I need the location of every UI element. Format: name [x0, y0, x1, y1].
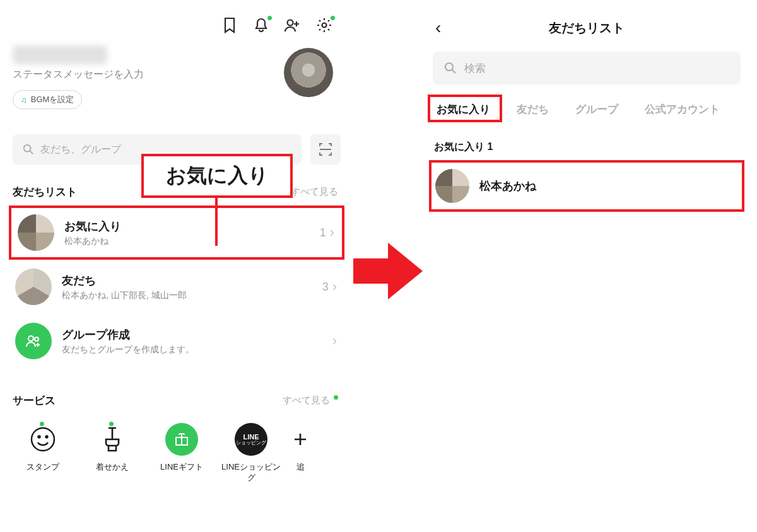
callout-connector-line: [215, 198, 218, 246]
tab-favorites[interactable]: お気に入り: [433, 100, 494, 119]
service-dot-icon: [109, 422, 114, 426]
service-theme[interactable]: 着せかえ: [79, 423, 145, 483]
avatar[interactable]: [284, 48, 333, 97]
services-title: サービス: [13, 393, 56, 408]
page-title: 友だちリスト: [423, 20, 751, 37]
chevron-right-icon: ›: [330, 224, 334, 241]
service-stamp[interactable]: スタンプ: [10, 423, 76, 483]
favorites-row-sub: 松本あかね: [64, 236, 310, 247]
search-icon: [23, 144, 34, 155]
favorites-count: 1: [320, 226, 326, 240]
profile-block[interactable]: ステータスメッセージを入力 ♫ BGMを設定: [6, 42, 347, 115]
service-gift-label: LINEギフト: [160, 462, 203, 473]
bell-icon[interactable]: [252, 16, 270, 34]
friends-row-sub: 松本あかね, 山下部長, 城山一郎: [62, 290, 312, 301]
plus-icon: [284, 423, 317, 456]
group-create-icon: [15, 323, 52, 359]
search-icon: [444, 62, 457, 74]
svg-point-0: [288, 20, 293, 26]
status-message-placeholder[interactable]: ステータスメッセージを入力: [13, 68, 284, 81]
add-friend-icon[interactable]: [284, 16, 302, 34]
back-button[interactable]: ‹: [435, 18, 441, 38]
friends-avatar: [15, 269, 52, 305]
svg-point-7: [46, 436, 48, 438]
svg-point-10: [445, 63, 453, 71]
tab-groups[interactable]: グループ: [572, 100, 622, 119]
see-all-services-link[interactable]: すべて見る: [283, 395, 338, 407]
service-shopping-label: LINEショッピング: [218, 462, 284, 483]
smiley-icon: [26, 423, 59, 456]
favorites-section-label: お気に入り 1: [423, 127, 751, 160]
services-header: サービス すべて見る: [6, 368, 347, 414]
favorite-contact-row[interactable]: 松本あかね: [429, 160, 744, 212]
services-row: スタンプ 着せかえ LINEギフト LINE ショッピング LINEショッピング: [6, 414, 347, 483]
chevron-right-icon: ›: [332, 333, 337, 349]
search-placeholder: 検索: [464, 61, 486, 76]
bgm-label: BGMを設定: [31, 94, 74, 105]
service-theme-label: 着せかえ: [96, 462, 129, 473]
chevron-right-icon: ›: [332, 279, 337, 295]
brush-icon: [96, 423, 129, 456]
header-bar: ‹ 友だちリスト: [423, 6, 751, 44]
service-shopping[interactable]: LINE ショッピング LINEショッピング: [218, 423, 284, 483]
friends-count: 3: [322, 280, 329, 294]
home-screen: ステータスメッセージを入力 ♫ BGMを設定 友だち、グループ お気に入り 友だ…: [6, 6, 347, 523]
svg-point-1: [322, 23, 327, 28]
svg-point-4: [35, 337, 38, 341]
top-icon-bar: [6, 6, 347, 42]
svg-point-3: [28, 336, 33, 341]
favorites-row[interactable]: お気に入り 松本あかね 1 ›: [9, 205, 344, 260]
tab-official[interactable]: 公式アカウント: [641, 100, 724, 119]
service-more-label: 追: [296, 462, 305, 473]
friends-list-screen: ‹ 友だちリスト 検索 お気に入り 友だち グループ 公式アカウント お気に入り…: [423, 6, 751, 523]
create-group-row[interactable]: グループ作成 友だちとグループを作成します。 ›: [6, 314, 347, 368]
music-note-icon: ♫: [21, 95, 27, 105]
contact-name: 松本あかね: [479, 178, 536, 194]
service-stamp-label: スタンプ: [26, 462, 59, 473]
gift-icon: [165, 423, 198, 456]
line-shopping-icon-text1: LINE: [243, 433, 259, 441]
group-row-title: グループ作成: [62, 327, 322, 342]
friends-list-title: 友だちリスト: [13, 185, 77, 199]
friends-row-title: 友だち: [62, 273, 312, 288]
settings-dot-icon: [331, 16, 335, 20]
qr-scan-icon: [319, 142, 332, 156]
svg-point-5: [32, 428, 54, 451]
line-shopping-icon: LINE ショッピング: [235, 423, 267, 456]
svg-point-6: [38, 436, 40, 438]
tab-friends[interactable]: 友だち: [513, 100, 553, 119]
svg-point-2: [24, 145, 31, 152]
big-arrow-icon: [353, 240, 423, 303]
qr-scan-button[interactable]: [310, 134, 341, 165]
contact-avatar: [435, 169, 469, 203]
tabs-container: お気に入り 友だち グループ 公式アカウント: [423, 84, 751, 127]
favorites-row-title: お気に入り: [64, 219, 310, 234]
see-all-services-label: すべて見る: [283, 395, 330, 407]
line-shopping-icon-text2: ショッピング: [236, 441, 266, 446]
notification-dot-icon: [267, 16, 272, 20]
service-more[interactable]: 追: [288, 423, 313, 483]
search-placeholder: 友だち、グループ: [40, 143, 121, 156]
bgm-chip[interactable]: ♫ BGMを設定: [13, 90, 82, 109]
bookmark-icon[interactable]: [221, 16, 238, 34]
services-dot-icon: [334, 395, 338, 400]
svg-marker-9: [353, 243, 423, 299]
group-row-sub: 友だちとグループを作成します。: [62, 344, 322, 356]
favorites-avatar: [18, 214, 54, 251]
gear-icon[interactable]: [315, 16, 333, 34]
service-gift[interactable]: LINEギフト: [149, 423, 214, 483]
search-input[interactable]: 検索: [433, 52, 741, 84]
service-dot-icon: [40, 422, 44, 426]
friends-row[interactable]: 友だち 松本あかね, 山下部長, 城山一郎 3 ›: [6, 260, 347, 314]
profile-username-blurred: [13, 45, 107, 64]
see-all-friends-link[interactable]: すべて見る: [291, 186, 338, 198]
callout-favorites: お気に入り: [141, 154, 293, 198]
